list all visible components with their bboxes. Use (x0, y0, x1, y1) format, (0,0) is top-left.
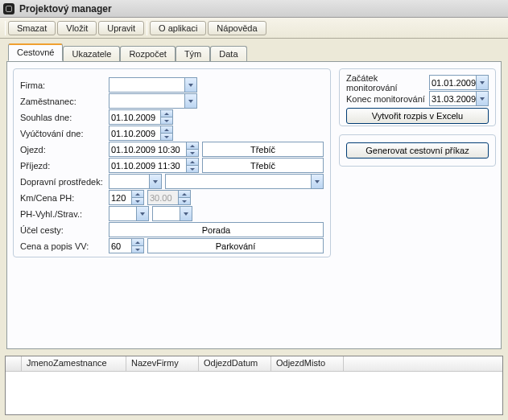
prijezd-label: Příjezd: (20, 161, 109, 171)
cena-ph-spin[interactable]: 30.00 (147, 190, 191, 205)
vyuctovani-date[interactable]: 01.10.2009 (109, 126, 173, 141)
dropdown-icon[interactable] (184, 94, 196, 108)
ucel-label: Účel cesty: (20, 225, 109, 235)
dropdown-icon[interactable] (149, 175, 161, 188)
km-label: Km/Cena PH: (20, 193, 109, 203)
monitoring-group: Začátek monitorování 01.01.2009 Konec mo… (339, 68, 496, 126)
monitoring-start-label: Začátek monitorování (346, 73, 426, 93)
phvyhl-label: PH-Vyhl./Strav.: (20, 209, 109, 219)
grid-col-odjezd-misto[interactable]: OdjezdMisto (271, 356, 344, 371)
menu-vlozit[interactable]: Vložit (57, 21, 97, 35)
souhlas-label: Souhlas dne: (20, 113, 109, 122)
grid-body[interactable] (6, 372, 502, 414)
prijezd-place-input[interactable]: Třebíč (202, 158, 324, 173)
phvyhl-combo[interactable] (109, 206, 149, 221)
tab-rozpocet[interactable]: Rozpočet (120, 46, 175, 61)
menubar: Smazat Vložit Upravit O aplikaci Nápověd… (0, 18, 508, 39)
ojezd-label: Ojezd: (20, 145, 109, 154)
monitoring-end-value: 31.03.2009 (432, 94, 476, 104)
grid-col-odjezd-datum[interactable]: OdjezdDatum (199, 356, 271, 371)
prijezd-value: 01.10.2009 11:30 (111, 161, 196, 171)
separator (147, 21, 147, 35)
app-icon (3, 3, 14, 14)
spin-buttons[interactable] (131, 239, 143, 253)
menu-upravit[interactable]: Upravit (98, 21, 144, 35)
zamestnanec-combo[interactable] (109, 93, 197, 109)
cenavv-label: Cena a popis VV: (20, 241, 109, 251)
menu-o-aplikaci[interactable]: O aplikaci (150, 21, 206, 35)
spin-buttons[interactable] (186, 142, 198, 156)
tabstrip: Cestovné Ukazatele Rozpočet Tým Data (0, 39, 508, 60)
ucel-input[interactable]: Porada (109, 222, 324, 237)
separator (5, 21, 6, 35)
menu-napoveda[interactable]: Nápověda (208, 21, 266, 35)
grid-corner[interactable] (6, 356, 22, 371)
dropdown-icon[interactable] (136, 207, 148, 220)
generate-group: Generovat cestovní příkaz (339, 134, 496, 167)
doprava-label: Dopravní prostředek: (20, 177, 109, 187)
km-spin[interactable]: 120 (109, 190, 144, 205)
souhlas-date[interactable]: 01.10.2009 (109, 109, 173, 125)
zamestnanec-label: Zaměstnanec: (20, 97, 109, 106)
popisvv-input[interactable]: Parkování (147, 238, 324, 253)
firma-label: Firma: (20, 80, 109, 90)
tab-tym[interactable]: Tým (176, 46, 210, 61)
data-grid[interactable]: JmenoZamestnance NazevFirmy OdjezdDatum … (5, 356, 503, 415)
monitoring-start-date[interactable]: 01.01.2009 (429, 75, 489, 90)
dropdown-icon[interactable] (311, 175, 323, 188)
strav-combo[interactable] (152, 206, 192, 221)
doprava-combo[interactable] (109, 174, 162, 189)
monitoring-end-date[interactable]: 31.03.2009 (429, 91, 489, 106)
prijezd-datetime[interactable]: 01.10.2009 11:30 (109, 158, 199, 173)
popisvv-value: Parkování (150, 241, 321, 251)
window-title: Projektový manager (19, 3, 112, 14)
menu-smazat[interactable]: Smazat (8, 21, 56, 35)
monitoring-start-value: 01.01.2009 (432, 78, 476, 88)
dropdown-icon[interactable] (180, 207, 192, 220)
tab-cestovne[interactable]: Cestovné (8, 43, 63, 61)
ojezd-datetime[interactable]: 01.10.2009 10:30 (109, 142, 199, 157)
tabpanel-cestovne: Firma: Zaměstnanec: Souhlas dne: 01.10.2… (6, 61, 502, 349)
vyuctovani-label: Vyúčtování dne: (20, 129, 109, 138)
grid-col-firma[interactable]: NazevFirmy (126, 356, 199, 371)
dropdown-icon[interactable] (184, 78, 196, 92)
prijezd-place-value: Třebíč (204, 161, 321, 171)
ucel-value: Porada (111, 225, 321, 235)
spin-buttons[interactable] (160, 110, 172, 124)
spin-buttons[interactable] (186, 159, 198, 172)
create-excel-button[interactable]: Vytvořit rozpis v Excelu (346, 108, 489, 124)
generate-order-button[interactable]: Generovat cestovní příkaz (346, 142, 489, 159)
spin-buttons[interactable] (178, 191, 190, 204)
cenavv-spin[interactable]: 60 (109, 238, 144, 253)
dropdown-icon[interactable] (476, 92, 488, 105)
tab-data[interactable]: Data (210, 46, 246, 61)
ojezd-place-input[interactable]: Třebíč (202, 142, 324, 157)
titlebar: Projektový manager (0, 0, 508, 18)
ojezd-value: 01.10.2009 10:30 (111, 145, 196, 154)
doprava-detail-combo[interactable] (165, 174, 324, 189)
firma-combo[interactable] (109, 77, 197, 93)
spin-buttons[interactable] (131, 191, 143, 204)
grid-col-jmeno[interactable]: JmenoZamestnance (22, 356, 126, 371)
grid-header: JmenoZamestnance NazevFirmy OdjezdDatum … (6, 356, 502, 372)
dropdown-icon[interactable] (476, 76, 488, 89)
tab-ukazatele[interactable]: Ukazatele (63, 46, 120, 61)
form-group: Firma: Zaměstnanec: Souhlas dne: 01.10.2… (13, 68, 331, 257)
spin-buttons[interactable] (160, 126, 172, 140)
ojezd-place-value: Třebíč (204, 145, 321, 154)
monitoring-end-label: Konec monitorování (346, 94, 426, 104)
